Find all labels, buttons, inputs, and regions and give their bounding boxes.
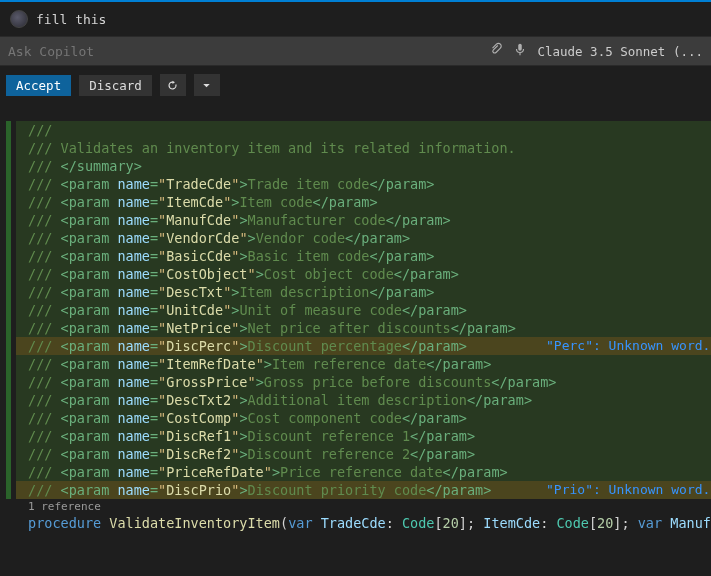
accept-button[interactable]: Accept — [6, 75, 71, 96]
retry-button[interactable] — [160, 74, 186, 96]
code-editor[interactable]: /// /// Validates an inventory item and … — [0, 105, 711, 576]
code-line[interactable]: /// <param name="ItemRefDate">Item refer… — [16, 355, 711, 373]
warning-annotation: "Perc": Unknown word. — [546, 337, 710, 355]
code-line[interactable]: /// <param name="DescTxt2">Additional it… — [16, 391, 711, 409]
code-line[interactable]: /// <param name="CostObject">Cost object… — [16, 265, 711, 283]
editor-gutter — [0, 105, 16, 576]
mic-icon[interactable] — [513, 41, 527, 61]
code-line[interactable]: /// <param name="VendorCde">Vendor code<… — [16, 229, 711, 247]
more-button[interactable] — [194, 74, 220, 96]
code-line[interactable]: /// <param name="TradeCde">Trade item co… — [16, 175, 711, 193]
model-selector[interactable]: Claude 3.5 Sonnet (... — [537, 44, 703, 59]
procedure-signature[interactable]: procedure ValidateInventoryItem(var Trad… — [16, 514, 711, 532]
code-line[interactable]: /// — [16, 121, 711, 139]
action-row: Accept Discard — [0, 66, 711, 104]
user-message-row: fill this — [0, 2, 711, 36]
references-codelens[interactable]: 1 reference — [16, 499, 711, 514]
code-line[interactable]: /// </summary> — [16, 157, 711, 175]
code-line[interactable]: /// <param name="NetPrice">Net price aft… — [16, 319, 711, 337]
avatar — [10, 10, 28, 28]
code-line[interactable]: /// <param name="UnitCde">Unit of measur… — [16, 301, 711, 319]
code-line[interactable]: /// Validates an inventory item and its … — [16, 139, 711, 157]
code-line[interactable]: /// <param name="BasicCde">Basic item co… — [16, 247, 711, 265]
ask-copilot-bar: Claude 3.5 Sonnet (... — [0, 36, 711, 66]
code-line[interactable]: /// <param name="GrossPrice">Gross price… — [16, 373, 711, 391]
code-line[interactable]: /// <param name="DiscRef2">Discount refe… — [16, 445, 711, 463]
warning-annotation: "Prio": Unknown word. — [546, 481, 710, 499]
ask-copilot-input[interactable] — [8, 44, 479, 59]
code-line[interactable]: /// <param name="ManufCde">Manufacturer … — [16, 211, 711, 229]
discard-button[interactable]: Discard — [79, 75, 152, 96]
diff-marker — [6, 121, 11, 499]
code-line[interactable]: /// <param name="PriceRefDate">Price ref… — [16, 463, 711, 481]
svg-rect-0 — [519, 44, 523, 51]
code-line[interactable]: /// <param name="CostComp">Cost componen… — [16, 409, 711, 427]
attach-icon[interactable] — [489, 41, 503, 61]
code-line[interactable]: /// <param name="DiscRef1">Discount refe… — [16, 427, 711, 445]
code-line[interactable]: /// <param name="DiscPerc">Discount perc… — [16, 337, 711, 355]
code-line[interactable]: /// <param name="DiscPrio">Discount prio… — [16, 481, 711, 499]
code-line[interactable]: /// <param name="ItemCde">Item code</par… — [16, 193, 711, 211]
user-message-text: fill this — [36, 12, 106, 27]
code-line[interactable]: /// <param name="DescTxt">Item descripti… — [16, 283, 711, 301]
